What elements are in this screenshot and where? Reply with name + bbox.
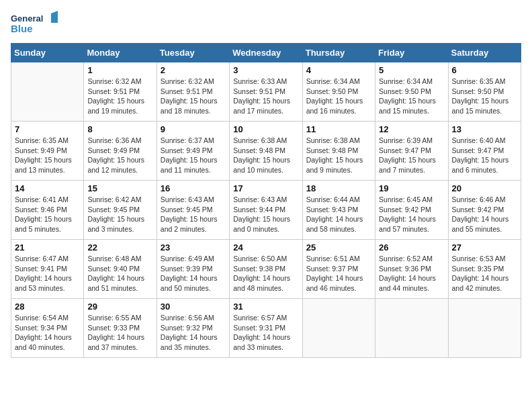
day-number: 1: [87, 65, 152, 75]
calendar-day-cell: 21Sunrise: 6:47 AM Sunset: 9:41 PM Dayli…: [11, 240, 84, 299]
day-number: 24: [233, 242, 298, 253]
calendar-day-cell: 12Sunrise: 6:39 AM Sunset: 9:47 PM Dayli…: [375, 122, 448, 181]
calendar-day-cell: 22Sunrise: 6:48 AM Sunset: 9:40 PM Dayli…: [84, 240, 157, 299]
day-number: 10: [233, 124, 298, 134]
calendar-day-cell: [375, 299, 448, 358]
day-info: Sunrise: 6:37 AM Sunset: 9:49 PM Dayligh…: [161, 136, 226, 175]
day-number: 7: [15, 124, 80, 134]
weekday-header: Wednesday: [230, 44, 302, 62]
day-number: 19: [379, 183, 444, 193]
day-number: 6: [452, 65, 517, 75]
day-info: Sunrise: 6:44 AM Sunset: 9:43 PM Dayligh…: [306, 195, 371, 234]
calendar-day-cell: 4Sunrise: 6:34 AM Sunset: 9:50 PM Daylig…: [302, 62, 375, 122]
logo: General Blue: [11, 11, 58, 38]
day-info: Sunrise: 6:50 AM Sunset: 9:38 PM Dayligh…: [233, 254, 298, 293]
day-number: 25: [306, 242, 371, 253]
day-number: 9: [161, 124, 226, 134]
calendar-day-cell: 10Sunrise: 6:38 AM Sunset: 9:48 PM Dayli…: [230, 122, 302, 181]
day-info: Sunrise: 6:54 AM Sunset: 9:34 PM Dayligh…: [15, 313, 80, 353]
calendar-day-cell: 11Sunrise: 6:38 AM Sunset: 9:48 PM Dayli…: [302, 122, 375, 181]
day-number: 29: [87, 302, 152, 312]
day-number: 26: [379, 242, 444, 253]
calendar-day-cell: 18Sunrise: 6:44 AM Sunset: 9:43 PM Dayli…: [302, 181, 375, 240]
calendar-day-cell: 9Sunrise: 6:37 AM Sunset: 9:49 PM Daylig…: [157, 122, 229, 181]
day-info: Sunrise: 6:56 AM Sunset: 9:32 PM Dayligh…: [161, 313, 226, 353]
day-info: Sunrise: 6:43 AM Sunset: 9:44 PM Dayligh…: [233, 195, 298, 234]
day-info: Sunrise: 6:35 AM Sunset: 9:49 PM Dayligh…: [15, 136, 80, 175]
day-number: 13: [452, 124, 517, 134]
weekday-header: Saturday: [448, 44, 521, 62]
day-number: 12: [379, 124, 444, 134]
weekday-header: Sunday: [11, 44, 84, 62]
calendar-day-cell: 24Sunrise: 6:50 AM Sunset: 9:38 PM Dayli…: [230, 240, 302, 299]
day-info: Sunrise: 6:57 AM Sunset: 9:31 PM Dayligh…: [233, 313, 298, 353]
day-info: Sunrise: 6:33 AM Sunset: 9:51 PM Dayligh…: [233, 77, 298, 116]
day-number: 31: [233, 302, 298, 312]
day-number: 3: [233, 65, 298, 75]
calendar-day-cell: 5Sunrise: 6:34 AM Sunset: 9:50 PM Daylig…: [375, 62, 448, 122]
svg-text:Blue: Blue: [11, 23, 33, 34]
calendar-week-row: 28Sunrise: 6:54 AM Sunset: 9:34 PM Dayli…: [11, 299, 521, 358]
page-header: General Blue: [11, 11, 521, 38]
day-info: Sunrise: 6:52 AM Sunset: 9:36 PM Dayligh…: [379, 254, 444, 293]
calendar-day-cell: 26Sunrise: 6:52 AM Sunset: 9:36 PM Dayli…: [375, 240, 448, 299]
day-info: Sunrise: 6:49 AM Sunset: 9:39 PM Dayligh…: [161, 254, 226, 293]
day-info: Sunrise: 6:38 AM Sunset: 9:48 PM Dayligh…: [306, 136, 371, 175]
day-number: 20: [452, 183, 517, 193]
calendar-day-cell: 31Sunrise: 6:57 AM Sunset: 9:31 PM Dayli…: [230, 299, 302, 358]
day-number: 11: [306, 124, 371, 134]
calendar-day-cell: 27Sunrise: 6:53 AM Sunset: 9:35 PM Dayli…: [448, 240, 521, 299]
calendar-week-row: 21Sunrise: 6:47 AM Sunset: 9:41 PM Dayli…: [11, 240, 521, 299]
day-number: 18: [306, 183, 371, 193]
calendar-day-cell: 30Sunrise: 6:56 AM Sunset: 9:32 PM Dayli…: [157, 299, 229, 358]
day-number: 21: [15, 242, 80, 253]
day-info: Sunrise: 6:32 AM Sunset: 9:51 PM Dayligh…: [161, 77, 226, 116]
day-number: 8: [87, 124, 152, 134]
calendar-day-cell: 23Sunrise: 6:49 AM Sunset: 9:39 PM Dayli…: [157, 240, 229, 299]
calendar-day-cell: 8Sunrise: 6:36 AM Sunset: 9:49 PM Daylig…: [84, 122, 157, 181]
day-info: Sunrise: 6:40 AM Sunset: 9:47 PM Dayligh…: [452, 136, 517, 175]
calendar-week-row: 1Sunrise: 6:32 AM Sunset: 9:51 PM Daylig…: [11, 62, 521, 122]
calendar-day-cell: 1Sunrise: 6:32 AM Sunset: 9:51 PM Daylig…: [84, 62, 157, 122]
calendar-day-cell: 29Sunrise: 6:55 AM Sunset: 9:33 PM Dayli…: [84, 299, 157, 358]
day-info: Sunrise: 6:34 AM Sunset: 9:50 PM Dayligh…: [306, 77, 371, 116]
day-info: Sunrise: 6:55 AM Sunset: 9:33 PM Dayligh…: [87, 313, 152, 353]
day-number: 15: [87, 183, 152, 193]
day-info: Sunrise: 6:36 AM Sunset: 9:49 PM Dayligh…: [87, 136, 152, 175]
calendar-day-cell: 2Sunrise: 6:32 AM Sunset: 9:51 PM Daylig…: [157, 62, 229, 122]
calendar-week-row: 14Sunrise: 6:41 AM Sunset: 9:46 PM Dayli…: [11, 181, 521, 240]
day-number: 28: [15, 302, 80, 312]
weekday-header: Monday: [84, 44, 157, 62]
day-info: Sunrise: 6:43 AM Sunset: 9:45 PM Dayligh…: [161, 195, 226, 234]
calendar-day-cell: [302, 299, 375, 358]
calendar-day-cell: 25Sunrise: 6:51 AM Sunset: 9:37 PM Dayli…: [302, 240, 375, 299]
day-info: Sunrise: 6:48 AM Sunset: 9:40 PM Dayligh…: [87, 254, 152, 293]
calendar-day-cell: 28Sunrise: 6:54 AM Sunset: 9:34 PM Dayli…: [11, 299, 84, 358]
calendar-week-row: 7Sunrise: 6:35 AM Sunset: 9:49 PM Daylig…: [11, 122, 521, 181]
calendar-day-cell: 7Sunrise: 6:35 AM Sunset: 9:49 PM Daylig…: [11, 122, 84, 181]
day-info: Sunrise: 6:47 AM Sunset: 9:41 PM Dayligh…: [15, 254, 80, 293]
day-number: 4: [306, 65, 371, 75]
day-info: Sunrise: 6:32 AM Sunset: 9:51 PM Dayligh…: [87, 77, 152, 116]
calendar-day-cell: 6Sunrise: 6:35 AM Sunset: 9:50 PM Daylig…: [448, 62, 521, 122]
day-number: 23: [161, 242, 226, 253]
day-info: Sunrise: 6:53 AM Sunset: 9:35 PM Dayligh…: [452, 254, 517, 293]
calendar-day-cell: 16Sunrise: 6:43 AM Sunset: 9:45 PM Dayli…: [157, 181, 229, 240]
day-info: Sunrise: 6:39 AM Sunset: 9:47 PM Dayligh…: [379, 136, 444, 175]
day-number: 16: [161, 183, 226, 193]
weekday-header: Friday: [375, 44, 448, 62]
calendar-day-cell: 15Sunrise: 6:42 AM Sunset: 9:45 PM Dayli…: [84, 181, 157, 240]
svg-text:General: General: [11, 13, 43, 24]
calendar-day-cell: 20Sunrise: 6:46 AM Sunset: 9:42 PM Dayli…: [448, 181, 521, 240]
weekday-header-row: SundayMondayTuesdayWednesdayThursdayFrid…: [11, 44, 521, 62]
day-number: 27: [452, 242, 517, 253]
weekday-header: Tuesday: [157, 44, 229, 62]
calendar-day-cell: 19Sunrise: 6:45 AM Sunset: 9:42 PM Dayli…: [375, 181, 448, 240]
day-number: 30: [161, 302, 226, 312]
day-info: Sunrise: 6:41 AM Sunset: 9:46 PM Dayligh…: [15, 195, 80, 234]
calendar-day-cell: 14Sunrise: 6:41 AM Sunset: 9:46 PM Dayli…: [11, 181, 84, 240]
calendar-table: SundayMondayTuesdayWednesdayThursdayFrid…: [11, 43, 521, 358]
day-info: Sunrise: 6:38 AM Sunset: 9:48 PM Dayligh…: [233, 136, 298, 175]
day-info: Sunrise: 6:34 AM Sunset: 9:50 PM Dayligh…: [379, 77, 444, 116]
day-number: 22: [87, 242, 152, 253]
